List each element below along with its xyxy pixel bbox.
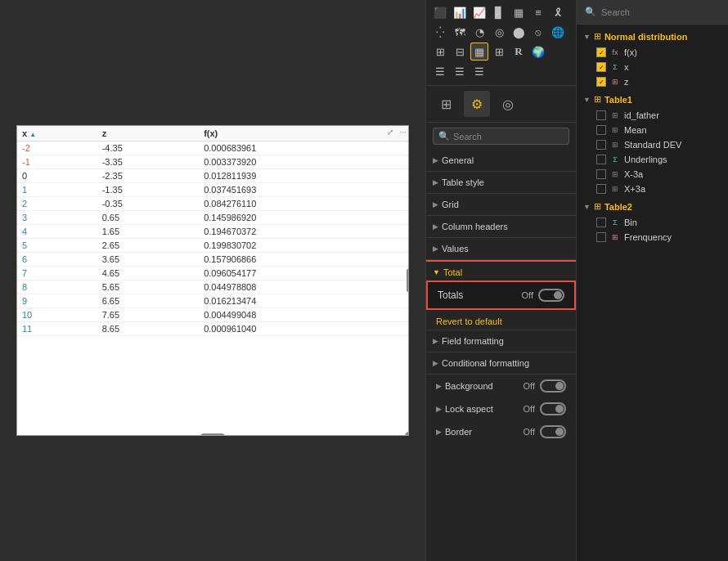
accordion-table-style-header[interactable]: ▶ Table style xyxy=(426,172,576,193)
tree-item-checkbox[interactable] xyxy=(596,218,606,227)
icon-row-1: ⬛ 📊 📈 ▊ ▦ ≡ 🎗 xyxy=(431,3,571,21)
tree-item-label: x xyxy=(624,62,629,72)
tree-item[interactable]: ⊞ id_father xyxy=(577,108,728,123)
viz-tab-format[interactable]: ⚙ xyxy=(464,91,490,117)
chevron-grid: ▶ xyxy=(433,200,438,209)
toolbar-icon-filled[interactable]: ⬤ xyxy=(510,23,528,41)
resize-handle-right[interactable] xyxy=(407,268,409,293)
toolbar-icon-grid[interactable]: ⊞ xyxy=(490,43,508,61)
right-panel: 🔍 ▼ ⊞ Normal distribution ✓ fx f(x) ✓ Σ … xyxy=(577,0,728,561)
accordion-general: ▶ General xyxy=(426,150,576,172)
tree-group-header[interactable]: ▼ ⊞ Table1 xyxy=(577,91,728,108)
accordion-general-header[interactable]: ▶ General xyxy=(426,150,576,171)
panel-search-input[interactable] xyxy=(453,132,564,141)
data-table-container: ⤢ ··· x ▲ z f(x) -2 -4.35 0.000683961 -1… xyxy=(16,125,409,436)
tree-item-checkbox[interactable] xyxy=(596,169,606,179)
tree-item[interactable]: ⊞ X+3a xyxy=(577,182,728,196)
tree-item-checkbox[interactable] xyxy=(596,155,606,164)
revert-to-default[interactable]: Revert to default xyxy=(426,313,576,330)
resize-handle-bottom[interactable] xyxy=(200,433,225,436)
tree-item[interactable]: Σ Bin xyxy=(577,215,728,230)
tree-item[interactable]: Σ Underlings xyxy=(577,152,728,167)
expand-icon[interactable]: ⤢ xyxy=(387,128,393,137)
accordion-values-header[interactable]: ▶ Values xyxy=(426,238,576,259)
right-search-input[interactable] xyxy=(601,7,720,17)
tree-item-checkbox[interactable]: ✓ xyxy=(596,47,606,57)
toolbar-icon-timeline[interactable]: ☰ xyxy=(451,62,469,80)
tree-item[interactable]: ✓ Σ x xyxy=(577,60,728,74)
tree-item-label: X+3a xyxy=(624,184,645,194)
toolbar-icon-bar[interactable]: 📊 xyxy=(451,3,469,21)
toolbar-icon-gauge[interactable]: ⍉ xyxy=(529,23,547,41)
tree-item-label: Frenquency xyxy=(624,232,672,242)
toolbar-icon-web[interactable]: 🌍 xyxy=(529,43,547,61)
toolbar-icon-stack[interactable]: ▦ xyxy=(510,3,528,21)
border-toggle-container: Off xyxy=(524,425,566,438)
group-icon: ⊞ xyxy=(594,94,601,105)
panel-search[interactable]: 🔍 xyxy=(433,128,569,145)
tree-item-checkbox[interactable]: ✓ xyxy=(596,62,606,72)
lock-aspect-label: ▶ Lock aspect xyxy=(436,404,493,414)
tree-item-checkbox[interactable]: ✓ xyxy=(596,77,606,87)
toolbar-icon-col[interactable]: ▊ xyxy=(490,3,508,21)
toolbar-icon-slicer[interactable]: ☰ xyxy=(431,62,449,80)
tree-item-type-icon: ⊞ xyxy=(609,233,621,241)
accordion-field-formatting-header[interactable]: ▶ Field formatting xyxy=(426,330,576,352)
toolbar-icon-scatter[interactable]: ⁛ xyxy=(431,23,449,41)
col-header-x[interactable]: x ▲ xyxy=(17,126,97,141)
corner-resize-handle[interactable] xyxy=(405,432,409,436)
tree-item[interactable]: ⊞ Standard DEV xyxy=(577,137,728,152)
tree-item-checkbox[interactable] xyxy=(596,184,606,194)
tree-item[interactable]: ⊞ Frenquency xyxy=(577,230,728,245)
toolbar-icon-map[interactable]: 🗺 xyxy=(451,23,469,41)
lock-aspect-toggle[interactable] xyxy=(540,402,566,415)
toolbar-icon-pie[interactable]: ◔ xyxy=(470,23,488,41)
toolbar-icon-matrix[interactable]: ⊟ xyxy=(451,43,469,61)
toolbar-icon-globe[interactable]: 🌐 xyxy=(549,23,567,41)
viz-tab-grid[interactable]: ⊞ xyxy=(433,91,459,117)
tree-item-label: X-3a xyxy=(624,169,643,179)
toolbar-icon-100[interactable]: ≡ xyxy=(529,3,547,21)
lock-aspect-toggle-container: Off xyxy=(524,402,566,415)
accordion-grid-header[interactable]: ▶ Grid xyxy=(426,194,576,215)
tree-group-header[interactable]: ▼ ⊞ Table2 xyxy=(577,198,728,215)
totals-section: Totals Off xyxy=(426,280,576,310)
accordion-field-formatting: ▶ Field formatting xyxy=(426,330,576,352)
icon-row-4: ☰ ☰ ☰ xyxy=(431,62,571,80)
toolbar-icon-area[interactable]: ⬛ xyxy=(431,3,449,21)
right-search-icon: 🔍 xyxy=(585,7,596,17)
border-toggle[interactable] xyxy=(540,425,566,438)
tree-item[interactable]: ⊞ X-3a xyxy=(577,167,728,182)
toolbar-icon-table[interactable]: ⊞ xyxy=(431,43,449,61)
col-header-fx[interactable]: f(x) xyxy=(199,126,408,141)
right-search[interactable]: 🔍 xyxy=(577,0,728,25)
tree-item[interactable]: ✓ fx f(x) xyxy=(577,45,728,60)
tree-item-checkbox[interactable] xyxy=(596,125,606,135)
totals-toggle-off-label: Off xyxy=(522,290,533,300)
tree-item[interactable]: ✓ ⊞ z xyxy=(577,74,728,89)
tree-item-checkbox[interactable] xyxy=(596,110,606,120)
toolbar-icon-card[interactable]: ▦ xyxy=(470,43,488,61)
toolbar-icon-line[interactable]: 📈 xyxy=(470,3,488,21)
accordion-conditional-formatting: ▶ Conditional formatting xyxy=(426,352,576,375)
totals-label: Totals xyxy=(438,289,463,301)
tree-item-checkbox[interactable] xyxy=(596,140,606,150)
tree-group-header[interactable]: ▼ ⊞ Normal distribution xyxy=(577,28,728,45)
chevron-group: ▼ xyxy=(583,33,591,41)
more-icon[interactable]: ··· xyxy=(400,128,407,137)
toolbar-icon-donut[interactable]: ◎ xyxy=(490,23,508,41)
accordion-conditional-formatting-header[interactable]: ▶ Conditional formatting xyxy=(426,352,576,374)
accordion-total-header[interactable]: ▼ Total xyxy=(426,260,576,277)
background-toggle-thumb xyxy=(555,382,564,390)
tree-item[interactable]: ⊞ Mean xyxy=(577,123,728,137)
tree-item-checkbox[interactable] xyxy=(596,232,606,242)
col-header-z[interactable]: z xyxy=(97,126,199,141)
accordion-column-headers-header[interactable]: ▶ Column headers xyxy=(426,216,576,237)
totals-toggle[interactable] xyxy=(538,289,564,302)
toolbar-icon-ribbon[interactable]: 🎗 xyxy=(549,3,567,21)
background-toggle[interactable] xyxy=(540,379,566,393)
toolbar-icon-r[interactable]: R xyxy=(510,43,528,61)
viz-tab-data[interactable]: ◎ xyxy=(495,91,521,117)
accordion-grid: ▶ Grid xyxy=(426,194,576,216)
toolbar-icon-text[interactable]: ☰ xyxy=(470,62,488,80)
